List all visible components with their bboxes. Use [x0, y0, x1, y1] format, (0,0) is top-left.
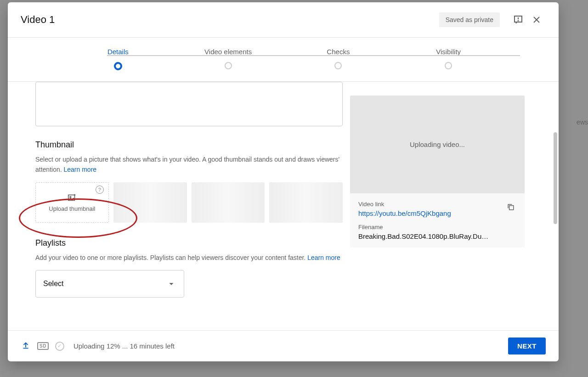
description-textarea[interactable]	[35, 82, 343, 126]
video-link-row: Video link https://youtu.be/cm5QjKbgang	[358, 201, 516, 217]
upload-status-icon	[21, 340, 31, 352]
step-circle-icon	[225, 62, 232, 69]
filename-row: Filename Breaking.Bad.S02E04.1080p.BluRa…	[358, 224, 516, 240]
check-status-icon: ✓	[55, 342, 64, 351]
video-preview-area: Uploading video...	[350, 96, 525, 193]
playlists-section-title: Playlists	[35, 238, 343, 248]
step-visibility[interactable]: Visibility	[393, 48, 503, 69]
add-image-icon	[67, 192, 77, 203]
svg-rect-7	[509, 206, 514, 210]
step-label: Video elements	[204, 48, 252, 56]
help-icon[interactable]: ?	[96, 186, 104, 194]
playlists-desc-text: Add your video to one or more playlists.…	[35, 254, 307, 261]
thumbnail-placeholder[interactable]	[192, 182, 265, 223]
dialog-body: Thumbnail Select or upload a picture tha…	[8, 82, 559, 330]
step-label: Details	[107, 48, 129, 56]
playlists-section-desc: Add your video to one or more playlists.…	[35, 253, 343, 263]
step-connector	[107, 55, 245, 56]
backdrop-text: ews	[577, 118, 588, 126]
thumbnail-section-desc: Select or upload a picture that shows wh…	[35, 154, 343, 175]
upload-progress-text: Uploading 12% ... 16 minutes left	[74, 342, 508, 350]
playlist-select[interactable]: Select	[35, 270, 184, 298]
preview-meta: Video link https://youtu.be/cm5QjKbgang …	[350, 193, 525, 248]
dialog-title: Video 1	[21, 14, 439, 26]
footer-status-icons: SD ✓	[21, 340, 64, 352]
playlists-learn-more-link[interactable]: Learn more	[307, 254, 340, 261]
step-checks[interactable]: Checks	[283, 48, 394, 69]
progress-stepper: Details Video elements Checks Visibility	[8, 38, 559, 82]
video-link-value[interactable]: https://youtu.be/cm5QjKbgang	[358, 209, 516, 217]
dialog-header: Video 1 Saved as private	[8, 2, 559, 38]
copy-link-button[interactable]	[506, 203, 515, 214]
upload-thumbnail-button[interactable]: ? Upload thumbnail	[35, 182, 109, 223]
main-column: Thumbnail Select or upload a picture tha…	[8, 82, 350, 330]
preview-card: Uploading video... Video link https://yo…	[350, 96, 525, 248]
dialog-footer: SD ✓ Uploading 12% ... 16 minutes left N…	[8, 330, 559, 361]
thumbnail-section-title: Thumbnail	[35, 140, 343, 150]
upload-thumbnail-label: Upload thumbnail	[49, 205, 95, 212]
close-button[interactable]	[527, 11, 546, 29]
side-column: Uploading video... Video link https://yo…	[350, 82, 543, 330]
filename-value: Breaking.Bad.S02E04.1080p.BluRay.Du…	[358, 232, 516, 240]
svg-point-6	[70, 197, 71, 198]
step-circle-icon	[114, 62, 122, 70]
step-connector	[382, 55, 520, 56]
saved-status-badge: Saved as private	[439, 12, 500, 27]
uploading-text: Uploading video...	[410, 141, 465, 148]
scrollbar-thumb[interactable]	[554, 132, 557, 224]
close-icon	[531, 14, 542, 25]
next-button[interactable]: NEXT	[508, 338, 546, 354]
step-circle-icon	[445, 62, 452, 69]
feedback-icon	[513, 14, 524, 25]
thumbnail-placeholder[interactable]	[113, 182, 187, 223]
thumbnail-placeholder[interactable]	[269, 182, 343, 223]
svg-point-2	[518, 20, 518, 21]
thumbnail-learn-more-link[interactable]: Learn more	[64, 166, 97, 173]
copy-icon	[506, 203, 515, 212]
step-video-elements[interactable]: Video elements	[173, 48, 283, 69]
step-label: Visibility	[436, 48, 461, 56]
filename-label: Filename	[358, 224, 516, 231]
step-circle-icon	[334, 62, 342, 69]
feedback-button[interactable]	[509, 11, 527, 29]
step-details[interactable]: Details	[63, 48, 173, 70]
step-label: Checks	[327, 48, 350, 56]
thumbnail-row: ? Upload thumbnail	[35, 182, 343, 223]
sd-quality-badge: SD	[37, 342, 49, 350]
playlist-select-label: Select	[43, 280, 63, 288]
video-link-label: Video link	[358, 201, 516, 208]
upload-dialog: Video 1 Saved as private Details Video e…	[8, 2, 559, 361]
upload-arrow-icon	[21, 340, 31, 350]
dropdown-icon	[166, 279, 176, 289]
step-connector	[245, 55, 383, 56]
